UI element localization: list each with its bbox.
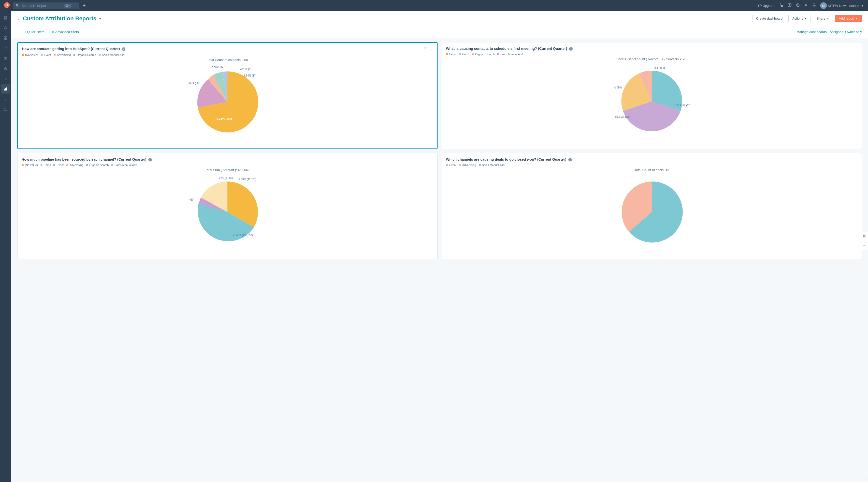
- settings-icon[interactable]: [804, 3, 808, 8]
- phone-icon[interactable]: [779, 3, 783, 8]
- legend-dot: [22, 164, 24, 166]
- svg-text:?: ?: [797, 4, 799, 7]
- right-toolbar: [861, 232, 868, 250]
- legend-item: Advertising: [54, 53, 71, 57]
- legend-item: Organic Search: [73, 53, 96, 57]
- upgrade-button[interactable]: ↑ Upgrade: [758, 4, 775, 8]
- chart-info-icon-1[interactable]: i: [122, 47, 125, 51]
- chart-info-icon-3[interactable]: i: [148, 158, 152, 161]
- chart-title-1: How are contacts getting into HubSpot? (…: [22, 47, 423, 51]
- svg-text:35.71% (25): 35.71% (25): [676, 104, 690, 107]
- svg-rect-14: [6, 38, 7, 40]
- legend-dot: [111, 164, 113, 166]
- svg-rect-11: [4, 37, 5, 38]
- sidebar-item-contacts[interactable]: [1, 23, 10, 33]
- search-box[interactable]: 🔍 ⌘K: [13, 3, 79, 9]
- card-resize-handle[interactable]: [863, 476, 866, 480]
- dashboard-grid: How are contacts getting into HubSpot? (…: [11, 38, 868, 264]
- owner-filter-link[interactable]: Owner only: [845, 30, 862, 34]
- legend-item: Event: [41, 53, 51, 57]
- legend-item: Sales Manual Add: [99, 53, 125, 57]
- legend-dot: [446, 53, 448, 55]
- svg-text:0.22% (1,000): 0.22% (1,000): [217, 177, 233, 180]
- sidebar-item-list[interactable]: [1, 95, 10, 104]
- add-report-button[interactable]: Add report ▼: [835, 15, 862, 22]
- legend-dot: [66, 164, 68, 166]
- svg-text:↑: ↑: [760, 5, 761, 7]
- hubspot-logo[interactable]: H: [4, 2, 10, 9]
- sidebar-item-deals[interactable]: [1, 64, 10, 73]
- manage-dashboards-link[interactable]: Manage dashboards: [797, 30, 827, 34]
- sidebar: [0, 11, 11, 482]
- svg-rect-45: [864, 235, 865, 236]
- notifications-icon[interactable]: [812, 3, 816, 8]
- legend-dot: [73, 54, 75, 56]
- svg-rect-4: [788, 4, 791, 7]
- pie-chart-4: [614, 174, 690, 250]
- legend-dot: [472, 53, 474, 55]
- legend-dot: [459, 164, 461, 166]
- chart-title-3: How much pipeline has been sourced by ea…: [22, 157, 433, 161]
- library-icon[interactable]: [787, 3, 792, 8]
- legend-dot: [22, 54, 24, 56]
- legend-item: (No value): [22, 53, 38, 57]
- create-dashboard-button[interactable]: Create dashboard: [752, 15, 786, 22]
- legend-item: Organic Search: [472, 53, 495, 56]
- sidebar-item-tasks[interactable]: [1, 74, 10, 84]
- quick-filters-button[interactable]: + + Quick filters: [17, 29, 48, 35]
- svg-text:2.58% (11,731): 2.58% (11,731): [239, 178, 256, 181]
- sidebar-item-folder[interactable]: [1, 105, 10, 114]
- chart-title-4: Which channels are causing deals to go c…: [446, 157, 858, 161]
- right-toolbar-chat-icon[interactable]: [862, 243, 866, 248]
- advanced-filters-button[interactable]: ≡ Advanced filters: [48, 29, 83, 35]
- legend-dot: [99, 54, 101, 56]
- advanced-filters-icon: ≡: [52, 30, 54, 34]
- chart-info-icon-2[interactable]: i: [569, 47, 572, 51]
- chart-container-2: 35.71% (25) 35.71% (25) 20% (14) 8.57% (…: [446, 63, 858, 139]
- pie-chart-1: 72.31% (188) 13.85% (36) 3.08% (8) 4.23%…: [189, 64, 266, 140]
- chart-card-2: What is causing contacts to schedule a f…: [442, 42, 862, 149]
- chart-title-2: What is causing contacts to schedule a f…: [446, 46, 858, 51]
- chart-info-icon-4[interactable]: i: [568, 158, 572, 161]
- sidebar-item-mail[interactable]: [1, 54, 10, 63]
- share-button[interactable]: Share ▼: [813, 15, 833, 22]
- legend-item: Advertising: [66, 163, 83, 166]
- chart-legend-2: Email Event Organic Search Sales Manual …: [446, 53, 858, 56]
- svg-text:3.08% (8): 3.08% (8): [212, 66, 223, 69]
- legend-dot: [459, 53, 461, 55]
- legend-dot: [497, 53, 499, 55]
- svg-rect-15: [4, 47, 7, 50]
- legend-dot: [54, 54, 56, 56]
- favorite-icon[interactable]: ☆: [17, 16, 21, 21]
- svg-rect-21: [4, 89, 5, 91]
- actions-button[interactable]: Actions ▼: [788, 15, 811, 22]
- user-menu-chevron: ▼: [861, 4, 864, 8]
- legend-item: Event: [53, 163, 64, 166]
- svg-rect-23: [6, 88, 7, 91]
- user-menu[interactable]: M MTFW New Instance ▼: [820, 2, 864, 9]
- sidebar-item-bookmark[interactable]: [1, 13, 10, 22]
- chart-more-icon[interactable]: ⋮: [429, 47, 433, 51]
- filter-bar: + + Quick filters ≡ Advanced filters Man…: [11, 26, 868, 38]
- svg-rect-12: [6, 37, 7, 38]
- legend-dot: [41, 54, 43, 56]
- chart-filter-icon[interactable]: [423, 47, 427, 51]
- chart-header-1: How are contacts getting into HubSpot? (…: [22, 47, 433, 51]
- share-chevron-icon: ▼: [827, 17, 829, 20]
- new-tab-button[interactable]: +: [83, 3, 86, 8]
- page-title-wrap: ☆ Custom Attribution Reports ▼: [17, 15, 102, 22]
- search-input[interactable]: [22, 4, 62, 8]
- svg-text:72.31% (188): 72.31% (188): [215, 117, 232, 120]
- chart-total-2: Total Distinct count ( Record ID - Conta…: [446, 57, 858, 61]
- title-dropdown-icon[interactable]: ▼: [98, 17, 102, 21]
- filter-right: Manage dashboards Assigned: Owner only: [797, 30, 862, 34]
- chart-actions-1[interactable]: ⋮: [423, 47, 433, 51]
- svg-rect-48: [863, 243, 866, 245]
- header-actions: Create dashboard Actions ▼ Share ▼ Add r…: [752, 15, 862, 22]
- right-toolbar-grid-icon[interactable]: [862, 234, 866, 239]
- search-icon: 🔍: [16, 4, 20, 8]
- sidebar-item-grid[interactable]: [1, 34, 10, 43]
- help-icon[interactable]: ?: [796, 3, 800, 8]
- sidebar-item-reports[interactable]: [1, 85, 10, 94]
- sidebar-item-calendar[interactable]: [1, 44, 10, 53]
